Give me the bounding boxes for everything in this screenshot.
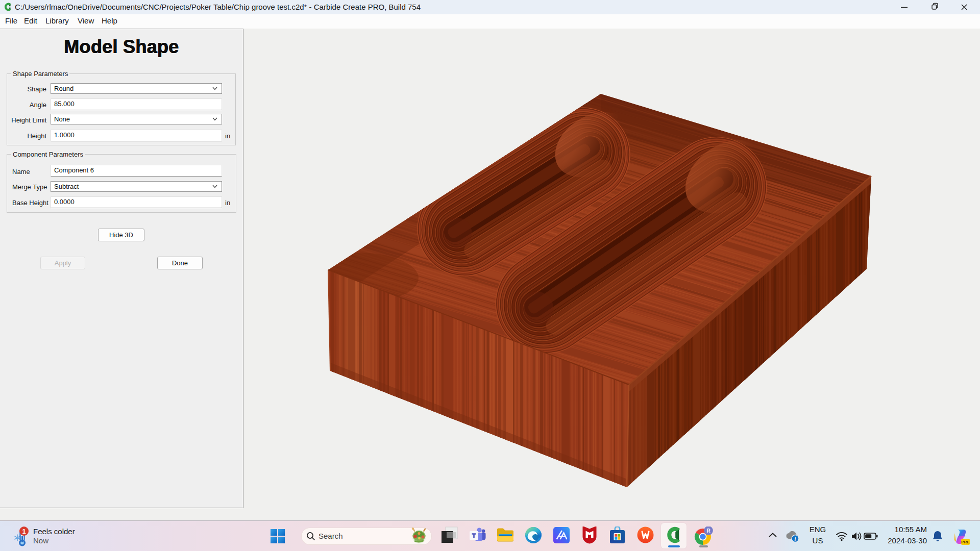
svg-text:i: i	[795, 536, 796, 542]
svg-text:R: R	[706, 528, 710, 534]
svg-text:1: 1	[22, 528, 26, 535]
svg-text:PRE: PRE	[961, 540, 970, 544]
